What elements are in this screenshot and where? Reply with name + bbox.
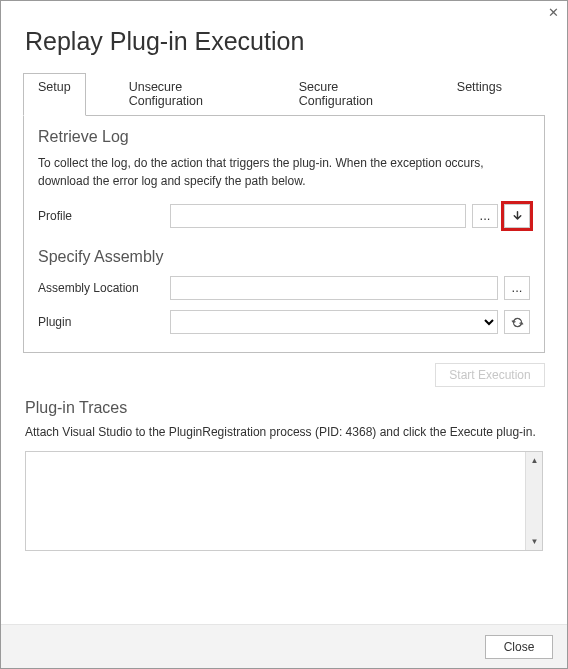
profile-input[interactable]: [170, 204, 466, 228]
dialog-title: Replay Plug-in Execution: [1, 21, 567, 72]
tab-setup[interactable]: Setup: [23, 73, 86, 116]
plugin-label: Plugin: [38, 315, 170, 329]
profile-label: Profile: [38, 209, 170, 223]
plugin-traces-description: Attach Visual Studio to the PluginRegist…: [1, 425, 567, 451]
retrieve-log-heading: Retrieve Log: [38, 128, 530, 146]
retrieve-log-description: To collect the log, do the action that t…: [38, 154, 530, 190]
scroll-up-icon[interactable]: ▲: [527, 453, 542, 468]
assembly-browse-button[interactable]: ...: [504, 276, 530, 300]
start-execution-button[interactable]: Start Execution: [435, 363, 545, 387]
setup-panel: Retrieve Log To collect the log, do the …: [23, 115, 545, 353]
refresh-icon: [511, 314, 524, 329]
tab-strip: Setup Unsecure Configuration Secure Conf…: [1, 72, 567, 115]
tab-unsecure-configuration[interactable]: Unsecure Configuration: [114, 73, 256, 116]
scroll-down-icon[interactable]: ▼: [527, 534, 542, 549]
profile-browse-button[interactable]: ...: [472, 204, 498, 228]
assembly-location-label: Assembly Location: [38, 281, 170, 295]
assembly-location-input[interactable]: [170, 276, 498, 300]
traces-scrollbar[interactable]: ▲ ▼: [525, 452, 542, 550]
plugin-select[interactable]: [170, 310, 498, 334]
close-button[interactable]: Close: [485, 635, 553, 659]
plugin-traces-textarea[interactable]: ▲ ▼: [25, 451, 543, 551]
tab-settings[interactable]: Settings: [442, 73, 517, 116]
specify-assembly-heading: Specify Assembly: [38, 248, 530, 266]
close-icon[interactable]: ✕: [548, 5, 559, 20]
plugin-refresh-button[interactable]: [504, 310, 530, 334]
plugin-traces-heading: Plug-in Traces: [1, 395, 567, 425]
dialog-footer: Close: [1, 624, 567, 668]
profile-download-button[interactable]: [504, 204, 530, 228]
tab-secure-configuration[interactable]: Secure Configuration: [284, 73, 414, 116]
download-icon: [511, 208, 524, 223]
